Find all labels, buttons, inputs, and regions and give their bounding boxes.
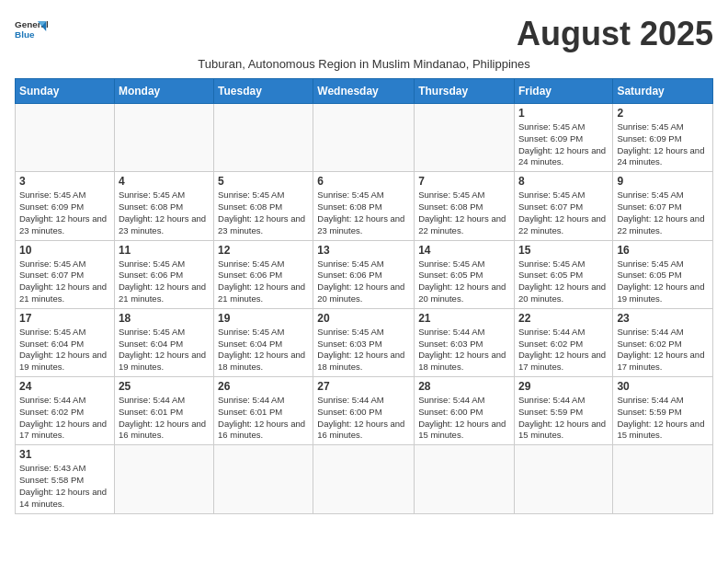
day-number: 20: [317, 312, 410, 325]
day-info: Sunrise: 5:45 AMSunset: 6:04 PMDaylight:…: [19, 327, 110, 373]
day-number: 16: [617, 244, 709, 257]
calendar-cell: 5Sunrise: 5:45 AMSunset: 6:08 PMDaylight…: [214, 172, 313, 240]
day-number: 9: [617, 175, 709, 188]
calendar-cell: 22Sunrise: 5:44 AMSunset: 6:02 PMDayligh…: [514, 308, 612, 376]
week-row-3: 17Sunrise: 5:45 AMSunset: 6:04 PMDayligh…: [16, 308, 713, 376]
day-info: Sunrise: 5:45 AMSunset: 6:08 PMDaylight:…: [418, 190, 510, 236]
day-info: Sunrise: 5:45 AMSunset: 6:08 PMDaylight:…: [218, 190, 309, 236]
calendar-cell: [214, 445, 313, 513]
day-number: 31: [19, 448, 110, 461]
day-info: Sunrise: 5:45 AMSunset: 6:04 PMDaylight:…: [119, 327, 210, 373]
calendar-cell: [114, 104, 213, 172]
calendar-cell: 29Sunrise: 5:44 AMSunset: 5:59 PMDayligh…: [514, 377, 612, 445]
day-number: 7: [418, 175, 510, 188]
calendar-cell: 15Sunrise: 5:45 AMSunset: 6:05 PMDayligh…: [514, 240, 612, 308]
day-info: Sunrise: 5:45 AMSunset: 6:03 PMDaylight:…: [317, 327, 410, 373]
week-row-2: 10Sunrise: 5:45 AMSunset: 6:07 PMDayligh…: [16, 240, 713, 308]
calendar-cell: 1Sunrise: 5:45 AMSunset: 6:09 PMDaylight…: [514, 104, 612, 172]
subtitle: Tuburan, Autonomous Region in Muslim Min…: [15, 57, 713, 71]
week-row-4: 24Sunrise: 5:44 AMSunset: 6:02 PMDayligh…: [16, 377, 713, 445]
day-number: 6: [317, 175, 410, 188]
calendar-cell: 24Sunrise: 5:44 AMSunset: 6:02 PMDayligh…: [16, 377, 115, 445]
calendar-cell: [114, 445, 213, 513]
calendar-cell: [415, 104, 515, 172]
day-info: Sunrise: 5:44 AMSunset: 6:03 PMDaylight:…: [418, 327, 510, 373]
calendar-cell: 12Sunrise: 5:45 AMSunset: 6:06 PMDayligh…: [214, 240, 313, 308]
day-info: Sunrise: 5:45 AMSunset: 6:05 PMDaylight:…: [617, 259, 709, 305]
calendar-cell: [214, 104, 313, 172]
day-number: 21: [418, 312, 510, 325]
day-number: 2: [617, 107, 709, 120]
day-header-thursday: Thursday: [415, 79, 515, 104]
calendar-cell: [415, 445, 515, 513]
calendar-cell: 3Sunrise: 5:45 AMSunset: 6:09 PMDaylight…: [16, 172, 115, 240]
day-header-wednesday: Wednesday: [313, 79, 415, 104]
calendar-cell: 6Sunrise: 5:45 AMSunset: 6:08 PMDaylight…: [313, 172, 415, 240]
calendar-cell: 25Sunrise: 5:44 AMSunset: 6:01 PMDayligh…: [114, 377, 213, 445]
day-number: 19: [218, 312, 309, 325]
day-number: 22: [518, 312, 609, 325]
day-info: Sunrise: 5:45 AMSunset: 6:09 PMDaylight:…: [518, 121, 609, 168]
day-number: 5: [218, 175, 309, 188]
day-info: Sunrise: 5:43 AMSunset: 5:58 PMDaylight:…: [19, 463, 110, 510]
day-header-sunday: Sunday: [16, 79, 115, 104]
day-number: 11: [119, 244, 210, 257]
day-info: Sunrise: 5:45 AMSunset: 6:07 PMDaylight:…: [19, 259, 110, 305]
day-info: Sunrise: 5:45 AMSunset: 6:06 PMDaylight:…: [317, 259, 410, 305]
day-number: 3: [19, 175, 110, 188]
week-row-1: 3Sunrise: 5:45 AMSunset: 6:09 PMDaylight…: [16, 172, 713, 240]
day-info: Sunrise: 5:44 AMSunset: 5:59 PMDaylight:…: [617, 395, 709, 442]
day-number: 29: [518, 380, 609, 393]
calendar-cell: 9Sunrise: 5:45 AMSunset: 6:07 PMDaylight…: [613, 172, 713, 240]
day-info: Sunrise: 5:45 AMSunset: 6:04 PMDaylight:…: [218, 327, 309, 373]
svg-text:Blue: Blue: [15, 29, 35, 40]
calendar-cell: 19Sunrise: 5:45 AMSunset: 6:04 PMDayligh…: [214, 308, 313, 376]
calendar-cell: [313, 445, 415, 513]
day-header-tuesday: Tuesday: [214, 79, 313, 104]
calendar-cell: 2Sunrise: 5:45 AMSunset: 6:09 PMDaylight…: [613, 104, 713, 172]
calendar-cell: 18Sunrise: 5:45 AMSunset: 6:04 PMDayligh…: [114, 308, 213, 376]
calendar-cell: 16Sunrise: 5:45 AMSunset: 6:05 PMDayligh…: [613, 240, 713, 308]
day-number: 14: [418, 244, 510, 257]
calendar-table: SundayMondayTuesdayWednesdayThursdayFrid…: [15, 78, 713, 514]
calendar-cell: 31Sunrise: 5:43 AMSunset: 5:58 PMDayligh…: [16, 445, 115, 513]
day-info: Sunrise: 5:45 AMSunset: 6:06 PMDaylight:…: [119, 259, 210, 305]
day-number: 4: [119, 175, 210, 188]
day-number: 25: [119, 380, 210, 393]
day-info: Sunrise: 5:44 AMSunset: 6:01 PMDaylight:…: [218, 395, 309, 442]
day-info: Sunrise: 5:45 AMSunset: 6:08 PMDaylight:…: [317, 190, 410, 236]
day-info: Sunrise: 5:45 AMSunset: 6:05 PMDaylight:…: [518, 259, 609, 305]
calendar-cell: 11Sunrise: 5:45 AMSunset: 6:06 PMDayligh…: [114, 240, 213, 308]
week-row-5: 31Sunrise: 5:43 AMSunset: 5:58 PMDayligh…: [16, 445, 713, 513]
day-header-friday: Friday: [514, 79, 612, 104]
logo: General Blue: [15, 15, 48, 48]
week-row-0: 1Sunrise: 5:45 AMSunset: 6:09 PMDaylight…: [16, 104, 713, 172]
calendar-cell: 20Sunrise: 5:45 AMSunset: 6:03 PMDayligh…: [313, 308, 415, 376]
calendar-cell: 14Sunrise: 5:45 AMSunset: 6:05 PMDayligh…: [415, 240, 515, 308]
header-row: SundayMondayTuesdayWednesdayThursdayFrid…: [16, 79, 713, 104]
day-number: 26: [218, 380, 309, 393]
day-number: 18: [119, 312, 210, 325]
day-info: Sunrise: 5:45 AMSunset: 6:07 PMDaylight:…: [617, 190, 709, 236]
calendar-cell: 13Sunrise: 5:45 AMSunset: 6:06 PMDayligh…: [313, 240, 415, 308]
day-info: Sunrise: 5:44 AMSunset: 5:59 PMDaylight:…: [518, 395, 609, 442]
month-title: August 2025: [48, 15, 713, 53]
day-number: 28: [418, 380, 510, 393]
calendar-cell: [16, 104, 115, 172]
day-info: Sunrise: 5:44 AMSunset: 6:00 PMDaylight:…: [418, 395, 510, 442]
calendar-cell: 21Sunrise: 5:44 AMSunset: 6:03 PMDayligh…: [415, 308, 515, 376]
calendar-cell: 28Sunrise: 5:44 AMSunset: 6:00 PMDayligh…: [415, 377, 515, 445]
day-info: Sunrise: 5:45 AMSunset: 6:05 PMDaylight:…: [418, 259, 510, 305]
calendar-cell: 23Sunrise: 5:44 AMSunset: 6:02 PMDayligh…: [613, 308, 713, 376]
day-info: Sunrise: 5:44 AMSunset: 6:00 PMDaylight:…: [317, 395, 410, 442]
day-number: 13: [317, 244, 410, 257]
page-header: General Blue August 2025: [15, 15, 713, 53]
calendar-cell: 30Sunrise: 5:44 AMSunset: 5:59 PMDayligh…: [613, 377, 713, 445]
day-info: Sunrise: 5:44 AMSunset: 6:02 PMDaylight:…: [518, 327, 609, 373]
calendar-cell: [514, 445, 612, 513]
day-info: Sunrise: 5:44 AMSunset: 6:02 PMDaylight:…: [19, 395, 110, 442]
calendar-cell: 7Sunrise: 5:45 AMSunset: 6:08 PMDaylight…: [415, 172, 515, 240]
day-number: 27: [317, 380, 410, 393]
day-header-monday: Monday: [114, 79, 213, 104]
day-number: 12: [218, 244, 309, 257]
